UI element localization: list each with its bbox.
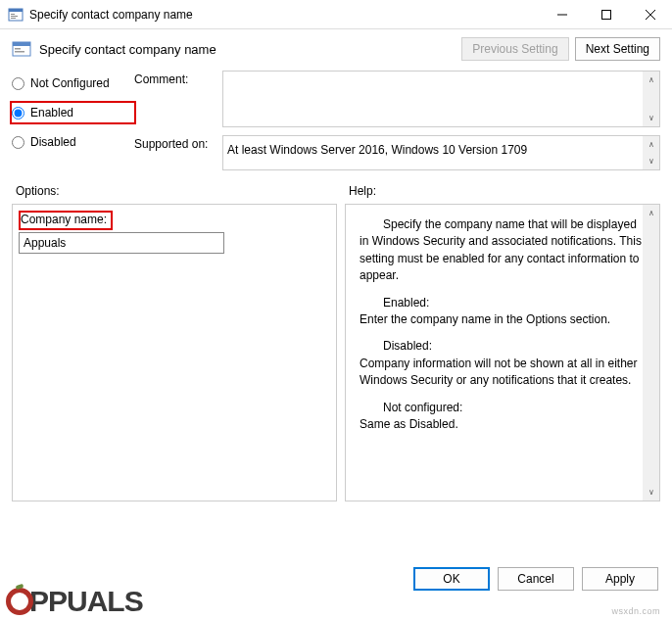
app-icon <box>8 7 24 23</box>
help-enabled-title: Enabled: <box>360 295 429 311</box>
appuals-logo: PPUALS <box>6 585 143 618</box>
svg-rect-12 <box>15 51 24 53</box>
comment-field[interactable] <box>223 72 643 126</box>
radio-enabled-label: Enabled <box>30 106 73 119</box>
minimize-button[interactable] <box>540 0 584 28</box>
help-notconfig-body: Same as Disabled. <box>360 417 458 431</box>
radio-enabled[interactable]: Enabled <box>12 104 134 121</box>
radio-not-configured[interactable]: Not Configured <box>12 74 134 92</box>
help-text: Specify the company name that will be di… <box>354 213 651 447</box>
help-disabled-title: Disabled: <box>360 338 432 355</box>
panels-header: Options: Help: <box>12 184 660 198</box>
scroll-up-icon: ∧ <box>643 205 659 221</box>
scroll-down-icon: ∨ <box>643 153 659 169</box>
svg-rect-2 <box>11 14 15 15</box>
logo-text: PPUALS <box>29 585 143 618</box>
policy-header: Specify contact company name Previous Se… <box>12 37 660 61</box>
help-panel: Specify the company name that will be di… <box>345 204 660 501</box>
scroll-down-icon: ∨ <box>643 484 659 501</box>
dialog-footer: OK Cancel Apply <box>413 567 658 591</box>
watermark: wsxdn.com <box>611 606 660 616</box>
help-notconfig-title: Not configured: <box>360 400 462 416</box>
radio-not-configured-input[interactable] <box>12 77 24 90</box>
help-heading: Help: <box>345 184 660 198</box>
help-disabled-body: Company information will not be shown at… <box>360 357 637 387</box>
comment-scrollbar[interactable]: ∧ ∨ <box>643 72 659 126</box>
options-heading: Options: <box>12 184 345 198</box>
company-name-input[interactable] <box>19 232 224 254</box>
company-name-highlight: Company name: <box>19 211 113 230</box>
scroll-up-icon: ∧ <box>643 72 659 88</box>
logo-ring-icon <box>6 588 33 615</box>
svg-rect-6 <box>601 10 610 19</box>
ok-button[interactable]: OK <box>413 567 490 591</box>
next-setting-button[interactable]: Next Setting <box>575 37 660 61</box>
scroll-up-icon: ∧ <box>643 136 659 153</box>
enabled-highlight: Enabled <box>10 101 136 124</box>
svg-rect-1 <box>9 9 23 12</box>
title-bar: Specify contact company name <box>0 0 672 29</box>
window-controls <box>540 0 672 28</box>
window-title: Specify contact company name <box>29 8 540 22</box>
apply-button[interactable]: Apply <box>582 567 658 591</box>
radio-enabled-input[interactable] <box>12 107 24 119</box>
help-paragraph: Specify the company name that will be di… <box>360 216 646 285</box>
svg-rect-3 <box>11 16 18 17</box>
help-enabled-body: Enter the company name in the Options se… <box>360 312 610 326</box>
comment-field-wrap: ∧ ∨ <box>222 71 660 127</box>
supported-field: At least Windows Server 2016, Windows 10… <box>223 136 643 169</box>
supported-label: Supported on: <box>134 135 222 151</box>
policy-title: Specify contact company name <box>39 42 461 57</box>
radio-disabled[interactable]: Disabled <box>12 133 134 151</box>
comment-label: Comment: <box>134 71 222 86</box>
radio-disabled-label: Disabled <box>30 135 76 149</box>
state-radio-group: Not Configured Enabled Disabled <box>12 71 134 170</box>
radio-not-configured-label: Not Configured <box>30 76 110 90</box>
policy-icon <box>12 39 31 59</box>
help-scrollbar[interactable]: ∧ ∨ <box>643 205 659 501</box>
maximize-button[interactable] <box>584 0 628 28</box>
options-panel: Company name: <box>12 204 337 501</box>
svg-rect-4 <box>11 18 16 19</box>
scroll-down-icon: ∨ <box>643 110 659 126</box>
svg-rect-10 <box>13 42 30 46</box>
previous-setting-button: Previous Setting <box>461 37 568 61</box>
close-button[interactable] <box>628 0 672 28</box>
svg-rect-11 <box>15 48 21 50</box>
cancel-button[interactable]: Cancel <box>498 567 574 591</box>
supported-scrollbar[interactable]: ∧ ∨ <box>643 136 659 169</box>
radio-disabled-input[interactable] <box>12 136 24 149</box>
company-name-label: Company name: <box>21 213 107 226</box>
supported-field-wrap: At least Windows Server 2016, Windows 10… <box>222 135 660 170</box>
